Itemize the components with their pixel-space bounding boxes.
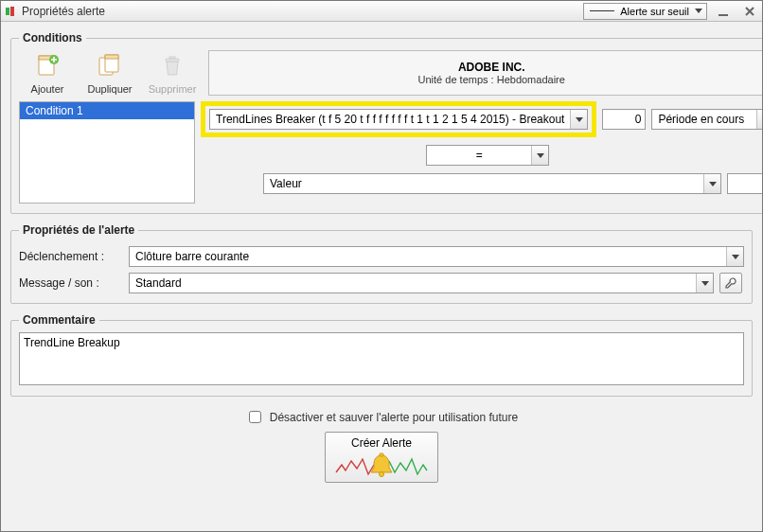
condition-list-item[interactable]: Condition 1 (20, 102, 194, 119)
comment-textarea[interactable] (19, 332, 744, 385)
disable-save-checkbox[interactable] (249, 411, 261, 423)
chevron-down-icon (531, 146, 548, 165)
conditions-top-row: Ajouter Dupliquer (19, 50, 762, 96)
app-icon (5, 5, 18, 18)
alert-properties-group: Propriétés de l'alerte Déclenchement : C… (10, 223, 753, 304)
trash-icon (158, 52, 186, 80)
period-mode-select[interactable]: Période en cours (651, 109, 762, 130)
add-condition-button[interactable]: Ajouter (21, 52, 74, 96)
trigger-label: Déclenchement : (19, 250, 123, 263)
message-value: Standard (130, 276, 696, 290)
titlebar: Propriétés alerte Alerte sur seuil (1, 1, 762, 22)
chevron-down-icon (695, 9, 702, 13)
content-area: Conditions Ajouter (1, 22, 762, 531)
chevron-down-icon (570, 110, 587, 129)
bell-chart-icon (334, 452, 429, 480)
instrument-timeframe: Unité de temps : Hebdomadaire (418, 74, 565, 85)
message-label: Message / son : (19, 276, 123, 290)
chevron-down-icon (703, 174, 720, 193)
condition-line-3: Valeur (201, 173, 762, 194)
rhs-type-value: Valeur (264, 177, 703, 190)
create-alert-label: Créer Alerte (351, 436, 412, 450)
indicator-highlight: TrendLines Breaker (t f 5 20 t f f f f f… (201, 101, 596, 137)
svg-rect-12 (380, 453, 383, 456)
svg-rect-10 (169, 57, 175, 59)
indicator-value: TrendLines Breaker (t f 5 20 t f f f f f… (210, 113, 570, 126)
conditions-group: Conditions Ajouter (10, 31, 762, 214)
rhs-type-select[interactable]: Valeur (263, 173, 721, 194)
duplicate-label: Dupliquer (87, 83, 132, 95)
condition-editor-row: Condition 1 TrendLines Breaker (t f 5 20… (19, 101, 762, 204)
trigger-value: Clôture barre courante (130, 250, 726, 263)
comment-legend: Commentaire (19, 313, 99, 327)
window-title: Propriétés alerte (22, 5, 105, 18)
svg-rect-2 (719, 14, 728, 16)
chevron-down-icon (756, 110, 762, 129)
close-button[interactable] (739, 3, 760, 20)
instrument-box: ADOBE INC. Unité de temps : Hebdomadaire (208, 50, 762, 96)
alert-properties-grid: Déclenchement : Clôture barre courante M… (19, 246, 744, 293)
trigger-select[interactable]: Clôture barre courante (129, 246, 744, 267)
duplicate-condition-button[interactable]: Dupliquer (83, 52, 136, 96)
conditions-legend: Conditions (19, 31, 86, 44)
chevron-down-icon (696, 274, 713, 293)
comparator-select[interactable]: = (426, 145, 549, 166)
alert-type-label: Alerte sur seuil (620, 6, 689, 17)
add-label: Ajouter (31, 83, 64, 95)
alert-properties-window: Propriétés alerte Alerte sur seuil Condi… (0, 0, 763, 532)
conditions-toolbar: Ajouter Dupliquer (19, 50, 201, 96)
disable-save-row[interactable]: Désactiver et sauver l'alerte pour utili… (245, 408, 518, 426)
indicator-select[interactable]: TrendLines Breaker (t f 5 20 t f f f f f… (209, 109, 588, 130)
sound-settings-button[interactable] (719, 273, 742, 293)
message-select[interactable]: Standard (129, 273, 714, 293)
instrument-name: ADOBE INC. (458, 61, 525, 74)
offset-input[interactable] (602, 109, 646, 130)
add-icon (33, 52, 62, 80)
threshold-line-icon (590, 10, 614, 11)
bottom-area: Désactiver et sauver l'alerte pour utili… (10, 406, 753, 483)
period-mode-value: Période en cours (652, 113, 756, 126)
minimize-button[interactable] (713, 3, 734, 20)
conditions-list[interactable]: Condition 1 (19, 101, 195, 204)
svg-point-11 (380, 472, 384, 477)
wrench-icon (724, 276, 737, 290)
alert-properties-legend: Propriétés de l'alerte (19, 223, 138, 237)
comparator-value: = (427, 149, 531, 162)
comment-group: Commentaire (10, 313, 753, 397)
svg-rect-8 (105, 55, 118, 59)
duplicate-icon (96, 52, 124, 80)
create-alert-button[interactable]: Créer Alerte (325, 432, 438, 483)
disable-save-label: Désactiver et sauver l'alerte pour utili… (270, 411, 518, 424)
alert-type-dropdown[interactable]: Alerte sur seuil (583, 3, 707, 20)
rhs-value-input[interactable] (727, 173, 762, 194)
chevron-down-icon (726, 247, 743, 266)
condition-line-1: TrendLines Breaker (t f 5 20 t f f f f f… (201, 101, 762, 137)
delete-condition-button: Supprimer (146, 52, 199, 96)
svg-rect-0 (6, 8, 9, 15)
svg-rect-1 (10, 7, 14, 16)
delete-label: Supprimer (149, 83, 197, 95)
condition-line-2: = (201, 145, 762, 166)
condition-editor: TrendLines Breaker (t f 5 20 t f f f f f… (201, 101, 762, 194)
